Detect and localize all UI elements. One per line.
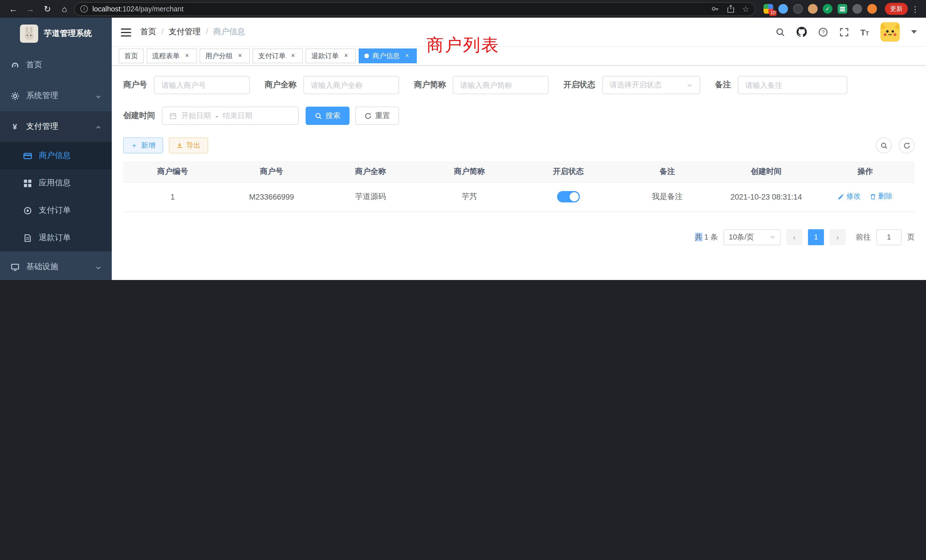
chevron-down-icon <box>769 234 775 240</box>
sidebar-item-label: 支付管理 <box>26 121 58 132</box>
table-row: 1 M233666999 芋道源码 芋艿 我是备注 2021-10-23 08:… <box>123 182 915 212</box>
sidebar-item-merchant-info[interactable]: 商户信息 <box>0 142 112 170</box>
full-name-input[interactable] <box>303 76 399 94</box>
circle-dot-icon <box>23 206 32 215</box>
reset-button[interactable]: 重置 <box>355 107 399 125</box>
refresh-icon <box>365 112 372 120</box>
page-size-select[interactable]: 10条/页 <box>723 229 781 245</box>
download-icon <box>176 142 183 149</box>
tab-home[interactable]: 首页 <box>119 48 144 63</box>
browser-reload-button[interactable]: ↻ <box>40 2 55 16</box>
sidebar-item-system[interactable]: 系统管理 <box>0 80 112 111</box>
remark-input[interactable] <box>738 76 847 94</box>
filter-form-row-2: 创建时间 开始日期 - 结束日期 搜索 重置 <box>123 107 915 125</box>
prev-page-button[interactable]: ‹ <box>786 229 802 245</box>
app-title: 芋道管理系统 <box>44 29 92 39</box>
fullscreen-icon[interactable] <box>839 27 849 37</box>
bookmark-star-icon[interactable]: ☆ <box>742 4 749 14</box>
sidebar-item-app-info[interactable]: 应用信息 <box>0 170 112 197</box>
search-icon <box>880 142 888 149</box>
sidebar-item-payment[interactable]: ¥ 支付管理 <box>0 111 112 142</box>
key-icon[interactable] <box>711 5 720 13</box>
extension-colorful-icon[interactable]: 10 <box>764 4 773 14</box>
dashboard-icon <box>10 60 20 70</box>
refresh-icon <box>903 142 910 149</box>
share-icon[interactable] <box>727 5 735 13</box>
sidebar-item-label: 首页 <box>26 60 42 70</box>
browser-home-button[interactable]: ⌂ <box>57 2 72 16</box>
reset-button-label: 重置 <box>375 110 390 121</box>
delete-link[interactable]: 删除 <box>870 192 892 201</box>
caret-down-icon[interactable] <box>911 30 917 34</box>
sidebar-item-home[interactable]: 首页 <box>0 50 112 80</box>
monitor-icon <box>10 262 20 272</box>
breadcrumb-payment[interactable]: 支付管理 <box>169 27 213 37</box>
grid-icon <box>23 178 32 188</box>
github-icon[interactable] <box>796 27 806 37</box>
app-logo[interactable]: 芋道管理系统 <box>0 18 112 50</box>
sidebar-item-label: 系统管理 <box>26 91 58 101</box>
extension-knot-icon[interactable] <box>852 4 862 14</box>
close-icon[interactable]: × <box>183 52 191 60</box>
short-name-input[interactable] <box>453 76 549 94</box>
close-icon[interactable]: × <box>236 52 244 60</box>
remark-label: 备注 <box>715 80 731 90</box>
edit-link[interactable]: 修改 <box>838 192 861 201</box>
status-toggle[interactable] <box>557 191 580 203</box>
sidebar-item-infra[interactable]: 基础设施 <box>0 251 112 280</box>
font-size-icon[interactable]: TT <box>860 27 869 37</box>
top-navbar: 首页 支付管理 商户信息 ? TT <box>112 18 926 46</box>
chevron-down-icon <box>687 82 693 88</box>
extension-blue-icon[interactable] <box>778 4 788 14</box>
refresh-table-button[interactable] <box>899 138 915 153</box>
search-icon[interactable] <box>775 27 785 37</box>
column-header: 商户号 <box>222 161 321 182</box>
extension-avatar-icon[interactable] <box>808 4 818 14</box>
sidebar-item-label: 应用信息 <box>39 178 71 188</box>
close-icon[interactable]: × <box>403 52 411 60</box>
goto-page-input[interactable] <box>876 229 902 245</box>
browser-forward-button[interactable]: → <box>23 2 38 16</box>
sidebar-item-refund-orders[interactable]: 退款订单 <box>0 224 112 251</box>
extension-emoji-icon[interactable] <box>867 4 877 14</box>
column-header: 创建时间 <box>717 161 816 182</box>
tab-process-form[interactable]: 流程表单× <box>147 48 197 63</box>
toggle-search-button[interactable] <box>876 138 892 153</box>
table-header-row: 商户编号 商户号 商户全称 商户简称 开启状态 备注 创建时间 操作 <box>123 161 915 182</box>
close-icon[interactable]: × <box>342 52 350 60</box>
merchant-no-input[interactable] <box>154 76 250 94</box>
extension-check-icon[interactable]: ✓ <box>823 4 832 14</box>
breadcrumb-home[interactable]: 首页 <box>140 27 169 37</box>
extension-docs-icon[interactable] <box>838 4 847 14</box>
url-host: localhost <box>92 5 121 13</box>
trash-icon <box>870 193 876 200</box>
date-range-picker[interactable]: 开始日期 - 结束日期 <box>162 107 299 125</box>
extension-dark-icon[interactable] <box>793 4 803 14</box>
page-size-value: 10条/页 <box>729 232 754 242</box>
browser-back-button[interactable]: ← <box>6 2 21 16</box>
browser-menu-icon[interactable]: ⋮ <box>910 4 920 14</box>
search-button[interactable]: 搜索 <box>306 107 350 125</box>
tab-merchant-info[interactable]: 商户信息× <box>359 48 417 63</box>
tab-pay-orders[interactable]: 支付订单× <box>253 48 303 63</box>
status-select[interactable]: 请选择开启状态 <box>602 76 700 94</box>
site-info-icon[interactable]: i <box>80 5 88 12</box>
close-icon[interactable]: × <box>289 52 297 60</box>
help-icon[interactable]: ? <box>818 27 828 37</box>
active-dot-icon <box>365 54 369 58</box>
filter-form-row-1: 商户号 商户全称 商户简称 开启状态 请选择开启状态 <box>123 76 915 94</box>
address-bar[interactable]: i localhost:1024/pay/merchant ☆ <box>74 2 755 16</box>
add-button[interactable]: ＋ 新增 <box>123 138 163 153</box>
hamburger-icon[interactable] <box>121 27 131 37</box>
tab-user-group[interactable]: 用户分组× <box>200 48 250 63</box>
next-page-button[interactable]: › <box>830 229 846 245</box>
tags-view: 首页 流程表单× 用户分组× 支付订单× 退款订单× 商户信息× <box>112 46 926 65</box>
user-avatar[interactable] <box>881 22 900 42</box>
cell-merchant-no: M233666999 <box>222 182 321 212</box>
tab-refund-orders[interactable]: 退款订单× <box>306 48 356 63</box>
browser-update-button[interactable]: 更新 <box>885 3 908 15</box>
sidebar-item-label: 商户信息 <box>39 151 71 161</box>
export-button[interactable]: 导出 <box>168 138 208 153</box>
page-number-button[interactable]: 1 <box>808 229 824 245</box>
sidebar-item-pay-orders[interactable]: 支付订单 <box>0 197 112 224</box>
